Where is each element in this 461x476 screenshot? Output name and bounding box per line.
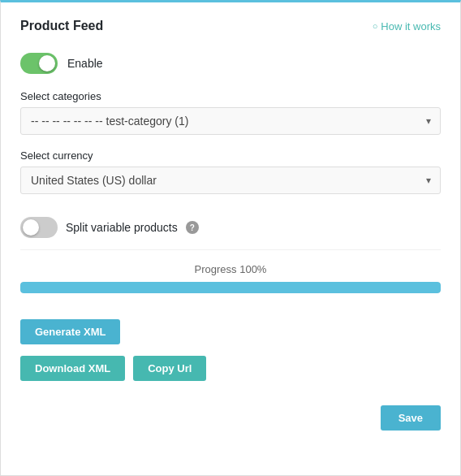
split-variable-label: Split variable products	[66, 221, 178, 234]
currency-label: Select currency	[20, 149, 441, 162]
categories-select[interactable]: -- -- -- -- -- -- -- test-category (1)	[20, 107, 441, 135]
currency-select-wrapper: United States (US) dollar ▾	[20, 167, 441, 194]
categories-group: Select categories -- -- -- -- -- -- -- t…	[20, 90, 441, 135]
action-buttons-row: Download XML Copy Url	[20, 356, 441, 381]
generate-xml-row: Generate XML	[20, 319, 441, 344]
save-button[interactable]: Save	[381, 405, 441, 431]
how-it-works-link[interactable]: How it works	[373, 20, 441, 32]
toggle-thumb	[39, 55, 55, 71]
download-xml-button[interactable]: Download XML	[20, 356, 125, 381]
generate-xml-button[interactable]: Generate XML	[20, 319, 120, 344]
product-feed-card: Product Feed How it works Enable Select …	[0, 0, 461, 476]
split-variable-row: Split variable products ?	[20, 209, 441, 250]
help-icon: ?	[186, 221, 199, 234]
enable-toggle[interactable]	[20, 53, 58, 74]
enable-row: Enable	[20, 53, 441, 74]
categories-select-wrapper: -- -- -- -- -- -- -- test-category (1) ▾	[20, 107, 441, 135]
progress-section: Progress 100%	[20, 250, 441, 303]
progress-label: Progress 100%	[20, 263, 441, 275]
categories-label: Select categories	[20, 90, 441, 102]
how-it-works-label: How it works	[381, 20, 441, 32]
split-toggle-thumb	[23, 219, 39, 236]
progress-bar-background	[20, 282, 441, 293]
currency-select[interactable]: United States (US) dollar	[20, 167, 441, 194]
split-variable-toggle[interactable]	[20, 217, 58, 238]
save-row: Save	[20, 405, 441, 431]
currency-group: Select currency United States (US) dolla…	[20, 149, 441, 194]
card-header: Product Feed How it works	[20, 19, 441, 33]
enable-label: Enable	[67, 57, 103, 70]
copy-url-button[interactable]: Copy Url	[133, 356, 206, 381]
card-title: Product Feed	[20, 19, 103, 33]
progress-bar-fill	[20, 282, 441, 293]
